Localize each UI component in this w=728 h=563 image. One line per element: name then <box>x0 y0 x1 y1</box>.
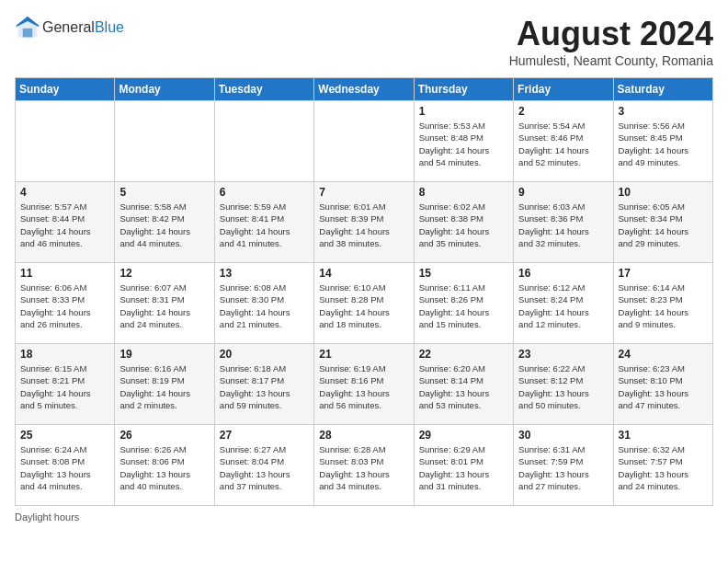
calendar-day-22: 22Sunrise: 6:20 AM Sunset: 8:14 PM Dayli… <box>414 344 513 425</box>
calendar-day-27: 27Sunrise: 6:27 AM Sunset: 8:04 PM Dayli… <box>214 425 313 506</box>
calendar-day-18: 18Sunrise: 6:15 AM Sunset: 8:21 PM Dayli… <box>16 344 115 425</box>
day-info: Sunrise: 5:59 AM Sunset: 8:41 PM Dayligh… <box>220 201 309 249</box>
calendar-empty-cell <box>16 101 115 182</box>
day-info: Sunrise: 6:23 AM Sunset: 8:10 PM Dayligh… <box>619 362 708 411</box>
calendar-day-29: 29Sunrise: 6:29 AM Sunset: 8:01 PM Dayli… <box>414 425 513 506</box>
day-number: 5 <box>119 186 209 199</box>
day-number: 22 <box>419 348 508 361</box>
day-info: Sunrise: 6:08 AM Sunset: 8:30 PM Dayligh… <box>220 282 309 330</box>
calendar-empty-cell <box>314 101 414 182</box>
calendar-day-26: 26Sunrise: 6:26 AM Sunset: 8:06 PM Dayli… <box>115 425 214 506</box>
day-info: Sunrise: 6:06 AM Sunset: 8:33 PM Dayligh… <box>20 282 109 330</box>
calendar-empty-cell <box>214 101 313 182</box>
calendar-day-3: 3Sunrise: 5:56 AM Sunset: 8:45 PM Daylig… <box>613 101 712 182</box>
day-info: Sunrise: 6:22 AM Sunset: 8:12 PM Dayligh… <box>518 362 608 411</box>
day-info: Sunrise: 5:54 AM Sunset: 8:46 PM Dayligh… <box>518 120 608 168</box>
day-info: Sunrise: 6:19 AM Sunset: 8:16 PM Dayligh… <box>319 362 408 411</box>
calendar-week-row: 25Sunrise: 6:24 AM Sunset: 8:08 PM Dayli… <box>16 425 713 506</box>
day-info: Sunrise: 6:31 AM Sunset: 7:59 PM Dayligh… <box>518 443 608 492</box>
calendar-header-monday: Monday <box>115 78 214 101</box>
day-number: 13 <box>220 267 309 280</box>
day-info: Sunrise: 6:11 AM Sunset: 8:26 PM Dayligh… <box>419 282 508 330</box>
logo-text: GeneralBlue <box>42 19 124 36</box>
calendar-header-wednesday: Wednesday <box>314 78 414 101</box>
day-info: Sunrise: 6:14 AM Sunset: 8:23 PM Dayligh… <box>619 282 708 330</box>
calendar-header-sunday: Sunday <box>16 78 115 101</box>
day-number: 10 <box>619 186 708 199</box>
day-info: Sunrise: 6:12 AM Sunset: 8:24 PM Dayligh… <box>518 282 608 330</box>
calendar-day-16: 16Sunrise: 6:12 AM Sunset: 8:24 PM Dayli… <box>514 263 613 344</box>
calendar-day-21: 21Sunrise: 6:19 AM Sunset: 8:16 PM Dayli… <box>314 344 414 425</box>
logo-general-text: General <box>42 19 95 35</box>
day-number: 8 <box>419 186 508 199</box>
calendar-header-saturday: Saturday <box>613 78 712 101</box>
day-number: 26 <box>119 429 209 442</box>
calendar-header-tuesday: Tuesday <box>214 78 313 101</box>
day-number: 21 <box>319 348 408 361</box>
day-number: 18 <box>20 348 109 361</box>
day-number: 19 <box>119 348 209 361</box>
calendar-week-row: 11Sunrise: 6:06 AM Sunset: 8:33 PM Dayli… <box>16 263 713 344</box>
calendar-day-10: 10Sunrise: 6:05 AM Sunset: 8:34 PM Dayli… <box>613 182 712 263</box>
day-info: Sunrise: 6:24 AM Sunset: 8:08 PM Dayligh… <box>20 443 109 492</box>
day-info: Sunrise: 6:29 AM Sunset: 8:01 PM Dayligh… <box>419 443 508 492</box>
calendar-day-31: 31Sunrise: 6:32 AM Sunset: 7:57 PM Dayli… <box>613 425 712 506</box>
day-info: Sunrise: 5:57 AM Sunset: 8:44 PM Dayligh… <box>20 201 109 249</box>
day-number: 7 <box>319 186 408 199</box>
calendar-header-thursday: Thursday <box>414 78 513 101</box>
calendar-day-17: 17Sunrise: 6:14 AM Sunset: 8:23 PM Dayli… <box>613 263 712 344</box>
logo: GeneralBlue <box>15 15 124 40</box>
calendar-header-friday: Friday <box>514 78 613 101</box>
calendar-day-28: 28Sunrise: 6:28 AM Sunset: 8:03 PM Dayli… <box>314 425 414 506</box>
day-info: Sunrise: 6:01 AM Sunset: 8:39 PM Dayligh… <box>319 201 408 249</box>
day-number: 4 <box>20 186 109 199</box>
day-info: Sunrise: 6:07 AM Sunset: 8:31 PM Dayligh… <box>119 282 209 330</box>
calendar-day-5: 5Sunrise: 5:58 AM Sunset: 8:42 PM Daylig… <box>115 182 214 263</box>
calendar-day-15: 15Sunrise: 6:11 AM Sunset: 8:26 PM Dayli… <box>414 263 513 344</box>
calendar-day-19: 19Sunrise: 6:16 AM Sunset: 8:19 PM Dayli… <box>115 344 214 425</box>
day-number: 28 <box>319 429 408 442</box>
calendar-day-20: 20Sunrise: 6:18 AM Sunset: 8:17 PM Dayli… <box>214 344 313 425</box>
day-info: Sunrise: 6:20 AM Sunset: 8:14 PM Dayligh… <box>419 362 508 411</box>
day-number: 27 <box>220 429 309 442</box>
day-info: Sunrise: 5:53 AM Sunset: 8:48 PM Dayligh… <box>419 120 508 168</box>
day-number: 24 <box>619 348 708 361</box>
calendar-empty-cell <box>115 101 214 182</box>
calendar-day-13: 13Sunrise: 6:08 AM Sunset: 8:30 PM Dayli… <box>214 263 313 344</box>
day-info: Sunrise: 6:27 AM Sunset: 8:04 PM Dayligh… <box>220 443 309 492</box>
page-header: GeneralBlue August 2024 Humulesti, Neamt… <box>15 15 713 68</box>
day-info: Sunrise: 5:56 AM Sunset: 8:45 PM Dayligh… <box>619 120 708 168</box>
day-number: 12 <box>119 267 209 280</box>
day-number: 29 <box>419 429 508 442</box>
day-number: 2 <box>518 105 608 118</box>
calendar-day-25: 25Sunrise: 6:24 AM Sunset: 8:08 PM Dayli… <box>16 425 115 506</box>
day-info: Sunrise: 6:02 AM Sunset: 8:38 PM Dayligh… <box>419 201 508 249</box>
day-number: 11 <box>20 267 109 280</box>
logo-icon <box>15 15 40 40</box>
calendar-week-row: 18Sunrise: 6:15 AM Sunset: 8:21 PM Dayli… <box>16 344 713 425</box>
day-info: Sunrise: 6:32 AM Sunset: 7:57 PM Dayligh… <box>619 443 708 492</box>
day-info: Sunrise: 6:28 AM Sunset: 8:03 PM Dayligh… <box>319 443 408 492</box>
month-year-title: August 2024 <box>509 15 713 53</box>
day-number: 23 <box>518 348 608 361</box>
calendar-table: SundayMondayTuesdayWednesdayThursdayFrid… <box>15 77 713 506</box>
calendar-day-2: 2Sunrise: 5:54 AM Sunset: 8:46 PM Daylig… <box>514 101 613 182</box>
calendar-day-12: 12Sunrise: 6:07 AM Sunset: 8:31 PM Dayli… <box>115 263 214 344</box>
svg-rect-2 <box>23 29 33 38</box>
title-block: August 2024 Humulesti, Neamt County, Rom… <box>509 15 713 68</box>
day-number: 20 <box>220 348 309 361</box>
day-info: Sunrise: 6:05 AM Sunset: 8:34 PM Dayligh… <box>619 201 708 249</box>
day-number: 15 <box>419 267 508 280</box>
calendar-day-24: 24Sunrise: 6:23 AM Sunset: 8:10 PM Dayli… <box>613 344 712 425</box>
day-number: 3 <box>619 105 708 118</box>
calendar-day-14: 14Sunrise: 6:10 AM Sunset: 8:28 PM Dayli… <box>314 263 414 344</box>
day-number: 25 <box>20 429 109 442</box>
day-number: 1 <box>419 105 508 118</box>
day-number: 30 <box>518 429 608 442</box>
calendar-day-7: 7Sunrise: 6:01 AM Sunset: 8:39 PM Daylig… <box>314 182 414 263</box>
day-info: Sunrise: 6:18 AM Sunset: 8:17 PM Dayligh… <box>220 362 309 411</box>
calendar-day-30: 30Sunrise: 6:31 AM Sunset: 7:59 PM Dayli… <box>514 425 613 506</box>
day-number: 6 <box>220 186 309 199</box>
logo-blue-text: Blue <box>95 19 124 35</box>
calendar-week-row: 1Sunrise: 5:53 AM Sunset: 8:48 PM Daylig… <box>16 101 713 182</box>
